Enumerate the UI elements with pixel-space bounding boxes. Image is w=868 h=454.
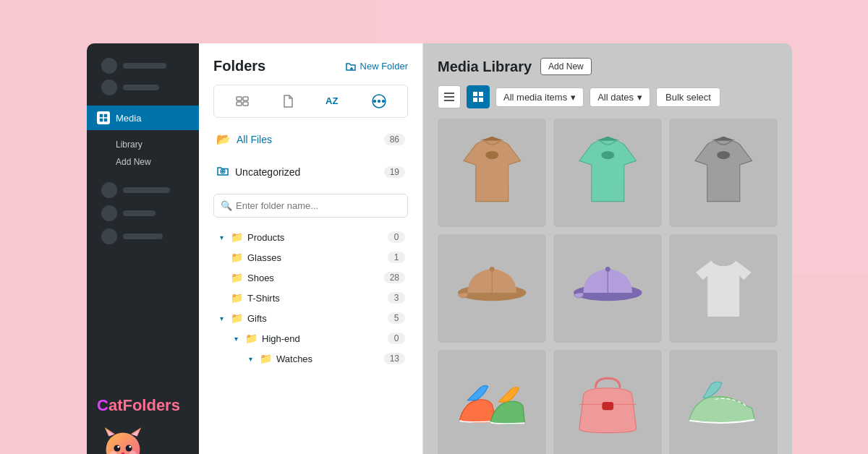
dates-filter-chevron: ▾ bbox=[637, 92, 642, 103]
tree-item-left: ▾ 📁 Watches bbox=[245, 353, 312, 364]
media-filter-chevron: ▾ bbox=[571, 92, 576, 103]
list-view-button[interactable] bbox=[438, 85, 461, 108]
media-item[interactable] bbox=[669, 234, 778, 343]
media-icon bbox=[97, 111, 110, 124]
folder-item-left: Uncategorized bbox=[216, 165, 300, 179]
media-filter-label: All media items bbox=[503, 92, 567, 103]
svg-rect-23 bbox=[237, 102, 242, 106]
grid-view-button[interactable] bbox=[467, 85, 490, 108]
svg-point-13 bbox=[129, 446, 132, 448]
more-options-icon[interactable] bbox=[369, 91, 389, 111]
svg-point-48 bbox=[490, 267, 495, 272]
svg-point-31 bbox=[382, 100, 385, 103]
sidebar-item-label: Media bbox=[116, 113, 141, 124]
svg-point-5 bbox=[106, 432, 140, 454]
tree-item-shoes[interactable]: 📁 Shoes 28 bbox=[228, 268, 408, 287]
folder-icon-highend: 📁 bbox=[245, 333, 258, 344]
tshirts-label: T-Shirts bbox=[247, 293, 280, 304]
tree-item-left: ▾ 📁 Gifts bbox=[216, 312, 267, 324]
svg-point-51 bbox=[605, 267, 610, 272]
svg-point-30 bbox=[378, 100, 380, 103]
logo-c: C bbox=[97, 396, 109, 414]
media-item[interactable] bbox=[669, 350, 778, 454]
sidebar-subitem-addnew[interactable]: Add New bbox=[116, 155, 189, 169]
svg-point-45 bbox=[717, 151, 730, 159]
tree-item-left: 📁 Shoes bbox=[231, 272, 274, 283]
media-item[interactable] bbox=[669, 119, 778, 227]
folder-icon-watches: 📁 bbox=[260, 353, 272, 364]
media-title: Media Library bbox=[438, 59, 532, 75]
svg-point-29 bbox=[373, 100, 376, 103]
folder-item-left: 📂 All Files bbox=[216, 132, 272, 146]
shoes-count: 28 bbox=[384, 272, 405, 283]
file-icon[interactable] bbox=[278, 91, 298, 111]
sidebar-dot bbox=[101, 228, 117, 244]
media-item[interactable] bbox=[438, 119, 546, 227]
media-item[interactable] bbox=[553, 119, 662, 227]
sidebar-subitem-library[interactable]: Library bbox=[116, 137, 189, 152]
folder-item-all-files[interactable]: 📂 All Files 86 bbox=[213, 128, 408, 150]
folder-tree: ▾ 📁 Products 0 📁 Glasses 1 📁 Shoes bbox=[213, 228, 408, 368]
tree-item-highend[interactable]: ▾ 📁 High-end 0 bbox=[228, 329, 408, 348]
sidebar-line bbox=[123, 210, 156, 216]
svg-rect-0 bbox=[100, 114, 103, 118]
svg-rect-1 bbox=[104, 114, 108, 118]
tree-item-tshirts[interactable]: 📁 T-Shirts 3 bbox=[228, 288, 408, 307]
sidebar-line bbox=[123, 63, 166, 69]
shoes-label: Shoes bbox=[247, 273, 274, 283]
svg-rect-3 bbox=[104, 119, 108, 122]
catfolders-logo: CatFolders bbox=[97, 396, 180, 415]
svg-rect-22 bbox=[243, 97, 248, 100]
tree-item-products[interactable]: ▾ 📁 Products 0 bbox=[213, 228, 408, 247]
media-filter-dropdown[interactable]: All media items ▾ bbox=[495, 87, 584, 107]
media-header: Media Library Add New bbox=[438, 58, 778, 75]
folder-search-input[interactable] bbox=[213, 194, 408, 218]
new-folder-button[interactable]: New Folder bbox=[345, 61, 408, 72]
gifts-label: Gifts bbox=[247, 313, 267, 324]
folder-item-uncategorized[interactable]: Uncategorized 19 bbox=[213, 160, 408, 184]
uncategorized-count: 19 bbox=[384, 166, 405, 178]
svg-point-43 bbox=[485, 151, 498, 159]
dates-filter-dropdown[interactable]: All dates ▾ bbox=[590, 87, 650, 107]
folder-icon-products: 📁 bbox=[231, 231, 243, 243]
sort-az-icon[interactable]: AZ bbox=[323, 91, 344, 111]
media-item[interactable] bbox=[553, 234, 662, 343]
sidebar-item-media[interactable]: Media bbox=[87, 106, 199, 130]
search-icon: 🔍 bbox=[221, 200, 232, 211]
media-item[interactable] bbox=[553, 350, 662, 454]
tree-item-left: ▾ 📁 High-end bbox=[231, 333, 300, 344]
svg-rect-38 bbox=[444, 100, 454, 101]
wp-sidebar: Media Library Add New CatFolders bbox=[87, 43, 199, 454]
svg-rect-36 bbox=[444, 93, 454, 94]
cat-mascot bbox=[90, 422, 156, 454]
highend-count: 0 bbox=[388, 333, 405, 344]
tree-item-left: 📁 T-Shirts bbox=[231, 292, 280, 304]
sidebar-line bbox=[123, 187, 170, 193]
tree-item-watches[interactable]: ▾ 📁 Watches 13 bbox=[242, 349, 408, 368]
media-item[interactable] bbox=[438, 350, 546, 454]
new-folder-label: New Folder bbox=[360, 61, 408, 72]
sidebar-dot bbox=[101, 205, 117, 221]
svg-rect-42 bbox=[479, 98, 483, 102]
sidebar-sub-menu: Library Add New bbox=[87, 137, 199, 169]
move-icon[interactable] bbox=[232, 91, 252, 111]
uncategorized-label: Uncategorized bbox=[235, 166, 300, 178]
tree-item-left: 📁 Glasses bbox=[231, 252, 281, 263]
tree-item-glasses[interactable]: 📁 Glasses 1 bbox=[228, 248, 408, 267]
main-container: Media Library Add New CatFolders bbox=[87, 43, 792, 454]
bulk-select-button[interactable]: Bulk select bbox=[656, 87, 720, 107]
folders-panel: Folders New Folder bbox=[199, 43, 423, 454]
sidebar-line bbox=[123, 234, 163, 239]
svg-rect-2 bbox=[100, 119, 103, 122]
all-files-label: All Files bbox=[237, 134, 272, 145]
tshirts-count: 3 bbox=[388, 292, 405, 304]
media-grid bbox=[438, 119, 778, 454]
folder-search-wrapper: 🔍 bbox=[213, 194, 408, 218]
media-item[interactable] bbox=[438, 234, 546, 343]
tree-item-gifts[interactable]: ▾ 📁 Gifts 5 bbox=[213, 309, 408, 327]
glasses-count: 1 bbox=[388, 252, 405, 263]
svg-rect-21 bbox=[237, 97, 242, 100]
svg-rect-39 bbox=[473, 92, 477, 96]
add-new-button[interactable]: Add New bbox=[540, 58, 592, 75]
folder-icon-glasses: 📁 bbox=[231, 252, 243, 263]
